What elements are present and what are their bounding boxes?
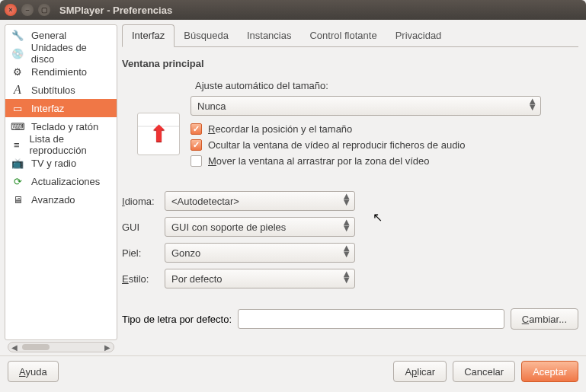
sidebar-item-advanced[interactable]: 🖥Avanzado: [5, 190, 117, 209]
sidebar: 🔧General 💿Unidades de disco ⚙Rendimiento…: [5, 24, 117, 340]
change-font-button[interactable]: Cambiar...Cambiar...: [511, 308, 578, 330]
keyboard-icon: ⌨: [10, 119, 25, 134]
accept-button[interactable]: Aceptar: [521, 361, 578, 382]
sidebar-item-label: Rendimiento: [31, 66, 87, 78]
spinner-icon: ▲▼: [341, 219, 351, 231]
autosize-label: Ajuste automático del tamaño:: [195, 80, 328, 91]
sidebar-item-label: Avanzado: [31, 194, 75, 206]
cancel-button[interactable]: Cancelar: [453, 361, 515, 382]
label-remember: RRecordar la posición y el tamañoecordar…: [208, 123, 352, 135]
sidebar-item-label: Interfaz: [31, 103, 64, 114]
tab-instances[interactable]: Instancias: [238, 25, 301, 46]
gui-label: GUI: [122, 221, 165, 233]
tab-interface[interactable]: Interfaz: [122, 24, 175, 47]
chevron-right-icon: ▶: [104, 343, 110, 352]
skin-label: Piel:: [122, 247, 165, 259]
sidebar-item-tvradio[interactable]: 📺TV y radio: [5, 154, 117, 172]
tab-search[interactable]: Búsqueda: [175, 25, 238, 46]
titlebar: × – ▢ SMPlayer - Preferencias: [0, 0, 586, 20]
help-button[interactable]: AyudaAyuda: [8, 361, 59, 382]
maximize-button[interactable]: ▢: [38, 4, 50, 16]
list-icon: ≡: [10, 137, 23, 152]
checkbox-move-window[interactable]: [191, 155, 202, 167]
sidebar-item-subtitles[interactable]: ASubtítulos: [5, 81, 117, 99]
style-label: Estilo:Estilo:: [122, 273, 165, 285]
scrollbar-thumb[interactable]: [22, 344, 50, 350]
close-button[interactable]: ×: [5, 4, 17, 16]
sidebar-item-label: General: [31, 30, 66, 41]
lang-combo[interactable]: <Autodetectar>▲▼: [165, 191, 355, 211]
sidebar-item-label: Teclado y ratón: [31, 121, 98, 132]
checkbox-remember[interactable]: ✓: [191, 123, 202, 135]
apply-button[interactable]: AplicarAplicar: [393, 361, 447, 382]
disc-icon: 💿: [10, 46, 25, 61]
font-label: Tipo de letra por defecto:: [122, 314, 232, 325]
chevron-left-icon: ◀: [11, 343, 18, 352]
gear-icon: ⚙: [10, 64, 25, 79]
spinner-icon: ▲▼: [341, 245, 351, 257]
window-title: SMPlayer - Preferencias: [59, 5, 172, 16]
lang-label: Idioma:Idioma:: [122, 196, 165, 207]
sidebar-item-drives[interactable]: 💿Unidades de disco: [5, 44, 117, 62]
tabbar: Interfaz Búsqueda Instancias Control flo…: [122, 24, 578, 47]
window-icon: ▭: [10, 100, 25, 116]
sidebar-item-label: Lista de reproducción: [29, 133, 112, 156]
skin-combo[interactable]: Gonzo▲▼: [165, 243, 355, 263]
monitor-icon: 🖥: [10, 192, 25, 207]
label-move-window: Mover la ventana al arrastrar por la zon…: [208, 155, 430, 167]
checkbox-hide-video[interactable]: ✓: [191, 139, 202, 151]
sidebar-item-label: TV y radio: [31, 158, 76, 169]
style-combo[interactable]: Por defecto▲▼: [165, 269, 355, 288]
sidebar-item-label: Unidades de disco: [31, 42, 112, 65]
gui-combo[interactable]: GUI con soporte de pieles▲▼: [165, 217, 355, 237]
sidebar-item-performance[interactable]: ⚙Rendimiento: [5, 62, 117, 81]
tab-privacy[interactable]: Privacidad: [386, 25, 451, 46]
section-main-window: Ventana principal: [122, 58, 578, 69]
sidebar-item-label: Actualizaciones: [31, 176, 100, 187]
wrench-icon: 🔧: [10, 27, 25, 43]
spinner-icon: ▲▼: [341, 271, 351, 283]
refresh-icon: ⟳: [10, 174, 25, 189]
sidebar-item-playlist[interactable]: ≡Lista de reproducción: [5, 135, 117, 154]
window-preview-icon: ⬆: [137, 113, 180, 155]
font-input[interactable]: [238, 309, 504, 329]
spinner-icon: ▲▼: [527, 98, 537, 110]
sidebar-item-label: Subtítulos: [31, 84, 75, 96]
tv-icon: 📺: [10, 155, 25, 171]
label-hide-video: Ocultar la ventana de vídeo al reproduci…: [208, 139, 465, 151]
autosize-combo[interactable]: Nunca▲▼: [191, 96, 541, 116]
spinner-icon: ▲▼: [341, 193, 351, 206]
footer: AyudaAyuda AplicarAplicar Cancelar Acept…: [0, 355, 586, 387]
arrow-up-icon: ⬆: [149, 120, 168, 147]
font-icon: A: [10, 82, 25, 97]
minimize-button[interactable]: –: [21, 4, 34, 16]
sidebar-item-interface[interactable]: ▭Interfaz: [5, 99, 117, 117]
tab-floatcontrol[interactable]: Control flotante: [300, 25, 386, 46]
sidebar-item-updates[interactable]: ⟳Actualizaciones: [5, 172, 117, 190]
sidebar-scrollbar[interactable]: ◀ ▶: [8, 342, 114, 352]
